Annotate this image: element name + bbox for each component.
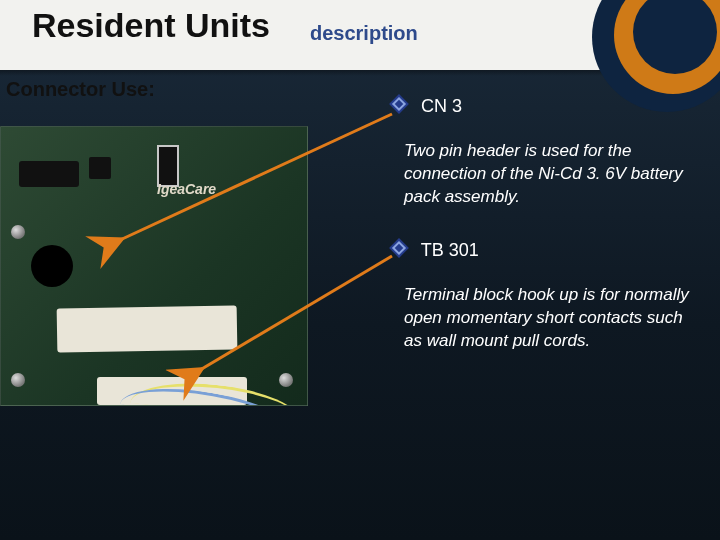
bullet-tb301-heading: TB 301: [421, 240, 479, 260]
pcb-screw: [279, 373, 293, 387]
pcb-screw: [11, 225, 25, 239]
pcb-brand-text: IgeaCare: [157, 181, 216, 197]
bullet-cn3-heading: CN 3: [421, 96, 462, 116]
pcb-chip-large: [19, 161, 79, 187]
pcb-chip-small: [89, 157, 111, 179]
pcb-sticker-label: [57, 305, 238, 352]
page-title: Resident Units: [32, 6, 270, 45]
diamond-bullet-icon: [389, 94, 409, 114]
pcb-buzzer: [31, 245, 73, 287]
bullet-tb301: TB 301: [392, 240, 479, 261]
pcb-photo: IgeaCare: [0, 126, 308, 406]
subsection-title: Connector Use:: [6, 78, 155, 101]
bullet-tb301-body: Terminal block hook up is for normally o…: [404, 284, 704, 353]
bullet-cn3-body: Two pin header is used for the connectio…: [404, 140, 704, 209]
bullet-cn3: CN 3: [392, 96, 462, 117]
diamond-bullet-icon: [389, 238, 409, 258]
pcb-screw: [11, 373, 25, 387]
page-title-sub: description: [310, 22, 418, 45]
